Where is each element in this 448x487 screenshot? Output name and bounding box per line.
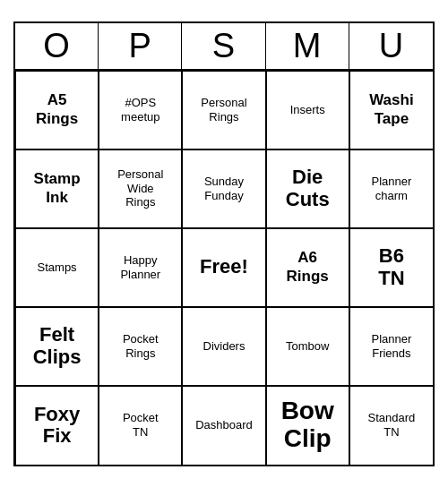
cell-text-3-3: Tombow <box>286 339 329 354</box>
cell-text-1-1: Personal Wide Rings <box>117 167 163 209</box>
cell-text-4-0: Foxy Fix <box>34 404 80 447</box>
header-col-p: P <box>99 23 182 69</box>
cell-0-1: #OPS meetup <box>99 71 182 150</box>
cell-text-0-2: Personal Rings <box>201 96 246 124</box>
cell-3-2: Dividers <box>182 307 265 386</box>
bingo-header: OPSMU <box>15 23 433 71</box>
cell-text-4-3: Bow Clip <box>281 397 334 453</box>
header-col-s: S <box>182 23 265 69</box>
cell-3-4: Planner Friends <box>349 307 433 386</box>
cell-2-4: B6 TN <box>349 228 433 307</box>
cell-text-4-4: Standard TN <box>368 411 416 439</box>
cell-0-0: A5 Rings <box>15 71 99 150</box>
header-col-o: O <box>15 23 99 69</box>
cell-1-4: Planner charm <box>349 150 433 228</box>
cell-text-2-1: Happy Planner <box>120 253 160 281</box>
cell-text-0-3: Inserts <box>290 103 325 117</box>
cell-0-2: Personal Rings <box>182 71 265 150</box>
cell-text-1-3: Die Cuts <box>286 167 330 209</box>
cell-text-3-1: Pocket Rings <box>123 332 159 360</box>
cell-3-0: Felt Clips <box>15 307 99 386</box>
cell-3-1: Pocket Rings <box>99 307 182 386</box>
bingo-card: OPSMU A5 Rings#OPS meetupPersonal RingsI… <box>13 21 435 466</box>
cell-1-0: Stamp Ink <box>15 150 99 228</box>
cell-text-3-2: Dividers <box>203 339 246 354</box>
cell-text-2-2: Free! <box>200 255 248 278</box>
cell-text-2-3: A6 Rings <box>287 249 329 286</box>
cell-0-4: Washi Tape <box>349 71 433 150</box>
cell-text-1-4: Planner charm <box>371 175 411 202</box>
cell-4-3: Bow Clip <box>266 386 349 465</box>
cell-text-2-4: B6 TN <box>378 245 404 288</box>
cell-0-3: Inserts <box>266 71 349 150</box>
cell-text-1-2: Sunday Funday <box>204 175 244 202</box>
cell-text-1-0: Stamp Ink <box>34 170 81 207</box>
cell-text-3-0: Felt Clips <box>33 324 82 367</box>
cell-2-1: Happy Planner <box>99 228 182 307</box>
bingo-grid: A5 Rings#OPS meetupPersonal RingsInserts… <box>15 71 433 465</box>
cell-text-2-0: Stamps <box>38 261 77 275</box>
cell-2-3: A6 Rings <box>266 228 349 307</box>
header-col-u: U <box>349 23 433 69</box>
cell-text-0-4: Washi Tape <box>369 91 413 128</box>
header-col-m: M <box>266 23 349 69</box>
cell-text-0-1: #OPS meetup <box>121 96 159 124</box>
cell-4-0: Foxy Fix <box>15 386 99 465</box>
cell-text-0-0: A5 Rings <box>36 91 78 128</box>
cell-text-4-2: Dashboard <box>195 418 253 432</box>
cell-1-3: Die Cuts <box>266 150 349 228</box>
cell-4-4: Standard TN <box>349 386 433 465</box>
cell-1-2: Sunday Funday <box>182 150 265 228</box>
cell-2-0: Stamps <box>15 228 99 307</box>
cell-text-3-4: Planner Friends <box>371 332 411 360</box>
cell-2-2: Free! <box>182 228 265 307</box>
cell-text-4-1: Pocket TN <box>123 411 159 439</box>
cell-1-1: Personal Wide Rings <box>99 150 182 228</box>
cell-4-1: Pocket TN <box>99 386 182 465</box>
cell-4-2: Dashboard <box>182 386 265 465</box>
cell-3-3: Tombow <box>266 307 349 386</box>
